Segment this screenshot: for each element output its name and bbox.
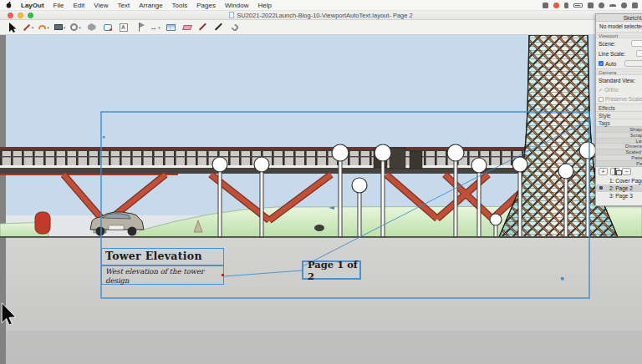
offset-tool[interactable]: [101, 22, 114, 33]
chevron-down-icon: ▾: [47, 25, 49, 30]
panel-tab-layers[interactable]: Layers: [596, 138, 642, 144]
menu-text[interactable]: Text: [117, 2, 130, 9]
standard-view-label: Standard View:: [599, 78, 635, 83]
preserve-scale-label: Preserve Scale on Re: [605, 96, 642, 102]
arc-tool[interactable]: ▾: [38, 22, 50, 33]
preserve-scale-checkbox[interactable]: [599, 97, 604, 102]
battery-icon[interactable]: [573, 3, 583, 8]
polygon-icon: [88, 23, 96, 31]
chevron-down-icon: ▾: [158, 25, 160, 30]
camera-section-label: Camera: [596, 68, 642, 75]
page-label: 1: Cover Page: [609, 178, 642, 184]
menu-layout[interactable]: LayOut: [21, 2, 44, 9]
panel-tab-scrapbooks[interactable]: Scrapbooks: [596, 132, 642, 138]
menu-bar: LayOut File Edit View Text Arrange Tools…: [0, 0, 642, 11]
remove-page-button[interactable]: −: [622, 168, 631, 175]
window-title: SU2021-2022Launch-Blog-10-ViewportAutoTe…: [237, 12, 412, 19]
bluetooth-icon[interactable]: [599, 3, 604, 8]
model-status-text: No model selected: [596, 22, 642, 32]
label-tool[interactable]: [133, 22, 145, 33]
display-status-icon[interactable]: [588, 3, 594, 8]
wifi-icon[interactable]: [609, 4, 616, 8]
circle-icon: [70, 23, 78, 31]
style-group[interactable]: Style: [596, 111, 642, 119]
auto-checkbox[interactable]: ✓: [599, 61, 604, 66]
panel-tab-dimension-style[interactable]: Dimension Style: [596, 143, 642, 149]
menu-view[interactable]: View: [94, 2, 108, 9]
select-tool[interactable]: [6, 22, 18, 33]
apple-icon[interactable]: [6, 2, 12, 8]
page-list-item-page3[interactable]: 3: Page 3: [596, 192, 642, 200]
mouse-cursor: [0, 301, 18, 327]
preserve-scale-row: Preserve Scale on Re: [596, 94, 642, 104]
duplicate-page-button[interactable]: [610, 168, 619, 175]
style-tool[interactable]: [196, 22, 209, 33]
duplicate-icon: [614, 168, 616, 175]
subtitle-text-box[interactable]: West elevation of the tower design: [101, 265, 224, 285]
record-status-icon[interactable]: [553, 3, 559, 8]
menu-help[interactable]: Help: [257, 2, 271, 9]
title-bar: SU2021-2022Launch-Blog-10-ViewportAutoTe…: [0, 11, 642, 20]
circle-tool[interactable]: ▾: [69, 22, 82, 33]
split-tool[interactable]: [228, 22, 241, 33]
table-tool[interactable]: [165, 22, 177, 33]
menu-edit[interactable]: Edit: [73, 2, 84, 9]
panel-tab-scaled-drawing[interactable]: Scaled Drawing: [596, 149, 642, 154]
menu-pages[interactable]: Pages: [196, 2, 216, 9]
layout-app-window: LayOut File Edit View Text Arrange Tools…: [0, 0, 642, 364]
close-window-button[interactable]: [8, 13, 13, 18]
panel-title[interactable]: SketchUp Model: [596, 14, 642, 22]
text-box-icon: A: [120, 23, 128, 32]
scene-dropdown[interactable]: [631, 40, 642, 47]
polygon-tool[interactable]: [85, 22, 98, 33]
menu-window[interactable]: Window: [225, 2, 248, 9]
page-autotext-box[interactable]: Page 1 of 2: [302, 260, 361, 280]
effects-group[interactable]: Effects: [596, 104, 642, 111]
rectangle-tool[interactable]: ▾: [54, 22, 66, 33]
add-page-button[interactable]: +: [599, 168, 608, 175]
zoom-window-button[interactable]: [28, 13, 33, 18]
eraser-icon: [182, 25, 192, 30]
panel-tab-pattern-fill[interactable]: Pattern Fill: [596, 154, 642, 160]
auto-scale-dropdown[interactable]: [624, 60, 642, 67]
panel-tab-shape-style[interactable]: Shape Style: [596, 126, 642, 132]
line-tool[interactable]: ▾: [22, 22, 34, 33]
ortho-label: Ortho: [604, 87, 618, 93]
subtitle-line-2: design: [105, 276, 220, 286]
eraser-tool[interactable]: [181, 22, 193, 33]
ortho-check[interactable]: ✓: [599, 87, 604, 94]
auto-label: Auto: [605, 61, 616, 67]
title-text-box[interactable]: Tower Elevation: [101, 248, 224, 265]
line-scale-dropdown[interactable]: [636, 50, 642, 57]
search-icon[interactable]: [621, 3, 627, 8]
minimize-window-button[interactable]: [18, 13, 23, 18]
control-center-icon[interactable]: [632, 3, 638, 8]
text-anchor-handle[interactable]: [222, 274, 224, 276]
subtitle-line-1: West elevation of the tower: [105, 267, 220, 276]
rectangle-icon: [54, 24, 63, 30]
page-list-item-page2[interactable]: 2: Page 2: [596, 185, 642, 192]
tags-group[interactable]: Tags: [596, 119, 642, 126]
label-flag-icon: [139, 23, 140, 32]
chevron-down-icon: ▾: [32, 25, 34, 30]
sketchup-model-panel: SketchUp Model No model selected Viewpor…: [595, 13, 642, 206]
phone-status-icon[interactable]: [564, 3, 568, 8]
offset-icon: [104, 24, 112, 31]
pen-tool[interactable]: [212, 22, 225, 33]
scene-row: Scene:: [596, 38, 642, 48]
app-status-icon[interactable]: [543, 3, 548, 8]
line-scale-row: Line Scale:: [596, 48, 642, 58]
dimension-icon: ↔: [150, 23, 157, 32]
arc-icon: [38, 25, 46, 29]
menu-tools[interactable]: Tools: [172, 2, 188, 9]
panel-tab-pages[interactable]: Pages: [596, 160, 642, 166]
dimension-tool[interactable]: ↔▾: [149, 22, 161, 33]
menu-file[interactable]: File: [54, 2, 64, 9]
line-icon: [23, 23, 29, 30]
text-tool[interactable]: A: [117, 22, 130, 33]
page-list-item-cover[interactable]: 1: Cover Page: [596, 177, 642, 185]
menu-arrange[interactable]: Arrange: [139, 2, 162, 9]
chevron-down-icon: ▾: [64, 25, 66, 30]
drawing-canvas[interactable]: [0, 0, 642, 364]
ortho-row: ✓ Ortho Full S: [596, 85, 642, 94]
